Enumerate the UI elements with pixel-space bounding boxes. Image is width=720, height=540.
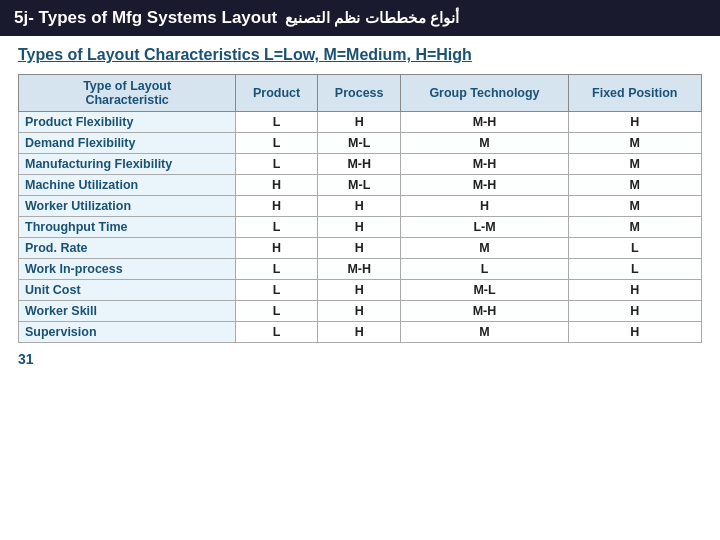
cell-group: M-L (401, 280, 568, 301)
cell-group: M-H (401, 154, 568, 175)
cell-product: H (236, 175, 318, 196)
table-row: Unit Cost L H M-L H (19, 280, 702, 301)
cell-process: H (317, 322, 401, 343)
table-wrap: Type of Layout Characteristic Product Pr… (0, 70, 720, 343)
table-row: Worker Skill L H M-H H (19, 301, 702, 322)
table-row: Work In-process L M-H L L (19, 259, 702, 280)
cell-group: M (401, 133, 568, 154)
cell-group: M-H (401, 175, 568, 196)
cell-process: M-H (317, 154, 401, 175)
header-title-en: 5j- Types of Mfg Systems Layout (14, 8, 277, 28)
header: 5j- Types of Mfg Systems Layout أنواع مخ… (0, 0, 720, 36)
cell-process: M-H (317, 259, 401, 280)
cell-product: L (236, 217, 318, 238)
page-number: 31 (0, 343, 720, 375)
layout-table: Type of Layout Characteristic Product Pr… (18, 74, 702, 343)
cell-fixed: L (568, 259, 702, 280)
cell-group: H (401, 196, 568, 217)
cell-product: L (236, 322, 318, 343)
cell-fixed: M (568, 133, 702, 154)
cell-product: L (236, 301, 318, 322)
row-label: Worker Utilization (19, 196, 236, 217)
col-process: Process (317, 75, 401, 112)
cell-group: M (401, 322, 568, 343)
cell-process: H (317, 238, 401, 259)
row-label: Unit Cost (19, 280, 236, 301)
table-row: Product Flexibility L H M-H H (19, 112, 702, 133)
cell-process: M-L (317, 133, 401, 154)
cell-product: H (236, 196, 318, 217)
cell-product: H (236, 238, 318, 259)
row-label: Prod. Rate (19, 238, 236, 259)
cell-fixed: M (568, 196, 702, 217)
table-row: Prod. Rate H H M L (19, 238, 702, 259)
table-row: Manufacturing Flexibility L M-H M-H M (19, 154, 702, 175)
row-label: Supervision (19, 322, 236, 343)
col-product: Product (236, 75, 318, 112)
cell-process: M-L (317, 175, 401, 196)
cell-group: L (401, 259, 568, 280)
row-label: Throughput Time (19, 217, 236, 238)
cell-process: H (317, 196, 401, 217)
col-group: Group Technology (401, 75, 568, 112)
cell-process: H (317, 301, 401, 322)
cell-process: H (317, 112, 401, 133)
header-title-ar: أنواع مخططات نظم التصنيع (285, 9, 459, 27)
row-label: Machine Utilization (19, 175, 236, 196)
cell-process: H (317, 217, 401, 238)
cell-fixed: H (568, 280, 702, 301)
cell-product: L (236, 133, 318, 154)
cell-product: L (236, 259, 318, 280)
cell-group: M-H (401, 112, 568, 133)
cell-product: L (236, 112, 318, 133)
cell-fixed: M (568, 154, 702, 175)
row-label: Demand Flexibility (19, 133, 236, 154)
table-row: Machine Utilization H M-L M-H M (19, 175, 702, 196)
cell-product: L (236, 280, 318, 301)
col-fixed: Fixed Position (568, 75, 702, 112)
table-row: Throughput Time L H L-M M (19, 217, 702, 238)
cell-fixed: M (568, 217, 702, 238)
row-label: Manufacturing Flexibility (19, 154, 236, 175)
cell-fixed: H (568, 301, 702, 322)
table-row: Supervision L H M H (19, 322, 702, 343)
cell-group: M-H (401, 301, 568, 322)
row-label: Worker Skill (19, 301, 236, 322)
cell-fixed: L (568, 238, 702, 259)
cell-fixed: M (568, 175, 702, 196)
cell-process: H (317, 280, 401, 301)
cell-fixed: H (568, 112, 702, 133)
table-row: Worker Utilization H H H M (19, 196, 702, 217)
cell-product: L (236, 154, 318, 175)
cell-group: L-M (401, 217, 568, 238)
table-row: Demand Flexibility L M-L M M (19, 133, 702, 154)
row-label: Work In-process (19, 259, 236, 280)
cell-fixed: H (568, 322, 702, 343)
subtitle: Types of Layout Characteristics L=Low, M… (0, 36, 720, 70)
row-label: Product Flexibility (19, 112, 236, 133)
cell-group: M (401, 238, 568, 259)
col-type-layout: Type of Layout Characteristic (19, 75, 236, 112)
